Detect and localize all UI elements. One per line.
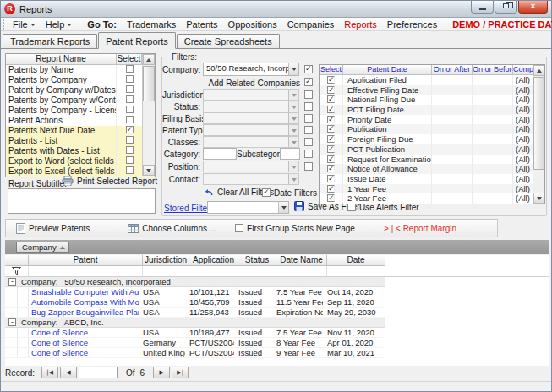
position-filter-checkbox[interactable] (304, 162, 313, 171)
jurisdiction-column-header[interactable]: Jurisdiction (143, 255, 189, 266)
classes-filter-checkbox[interactable] (304, 138, 313, 146)
date-checkbox[interactable] (327, 125, 335, 133)
compl-cell[interactable]: (All) (513, 75, 534, 85)
patent-link[interactable]: Cone of Silence (29, 328, 139, 337)
date-filters-checkbox[interactable] (262, 188, 271, 197)
category-filter-checkbox[interactable] (304, 150, 313, 158)
patent-link[interactable]: Automobile Compass With Motion Sens... (29, 297, 139, 307)
last-record-button[interactable]: ▶| (172, 367, 189, 378)
report-row[interactable]: Patents by Company (6, 75, 155, 85)
on-or-before-column-header[interactable]: On or Before (473, 65, 513, 75)
on-or-after-cell[interactable] (432, 184, 473, 194)
dropdown-arrow-icon[interactable] (288, 63, 298, 75)
patent-link[interactable]: Cone of Silence (29, 348, 139, 357)
menu-oppositions[interactable]: Oppositions (223, 19, 282, 30)
menu-preferences[interactable]: Preferences (382, 19, 442, 30)
report-select-checkbox[interactable] (126, 116, 134, 123)
report-row[interactable]: Patent by Company w/Dates (6, 85, 155, 95)
stored-filter-link[interactable]: Stored Filter: (164, 204, 212, 213)
record-number-input[interactable] (79, 367, 118, 378)
date-checkbox[interactable] (327, 185, 335, 193)
on-or-after-cell[interactable] (432, 174, 473, 184)
compl-cell[interactable]: (All) (513, 144, 534, 155)
report-row[interactable]: Export to Word (select fields below) (6, 156, 155, 166)
choose-columns-button[interactable]: Choose Columns ... (128, 224, 216, 233)
date-checkbox[interactable] (327, 86, 335, 94)
add-related-checkbox[interactable] (304, 78, 313, 86)
menu-help[interactable]: Help (41, 19, 78, 30)
patent-column-header[interactable]: Patent (29, 255, 143, 266)
table-row[interactable]: Cone of SilenceUnited KingdomPCT/US2004/… (5, 348, 385, 358)
menu-trademarks[interactable]: Trademarks (122, 19, 181, 30)
select-column-header[interactable]: Select (320, 65, 343, 75)
report-margin-control[interactable]: > | < Report Margin (384, 224, 456, 233)
compl-cell[interactable]: (All) (513, 95, 534, 105)
report-select-checkbox[interactable] (126, 136, 134, 144)
stored-filter-dropdown[interactable] (207, 201, 289, 214)
tab-trademark-reports[interactable]: Trademark Reports (3, 34, 97, 48)
on-or-before-cell[interactable] (473, 155, 513, 165)
patent-type-filter-checkbox[interactable] (304, 126, 313, 134)
tab-create-spreadsheets[interactable]: Create Spreadsheets (177, 34, 280, 48)
patent-link[interactable]: Smashable Computer With Automatic R... (29, 287, 139, 297)
table-row[interactable]: Bug-Zapper Bougainvillea PlantUSA11/258,… (5, 308, 385, 318)
on-or-after-cell[interactable] (432, 124, 473, 134)
date-grid-scrollbar[interactable] (533, 65, 544, 204)
application-filter-cell[interactable] (189, 266, 238, 276)
category-input[interactable] (203, 148, 237, 160)
patent-date-column-header[interactable]: Patent Date (343, 65, 432, 75)
application-column-header[interactable]: Application (189, 255, 238, 266)
report-row[interactable]: Patents with Dates - List (6, 146, 155, 156)
subcategory-input[interactable] (280, 148, 300, 160)
close-button[interactable]: × (518, 1, 548, 14)
date-checkbox[interactable] (327, 194, 335, 202)
classes-dropdown[interactable] (203, 136, 299, 148)
scroll-down-button[interactable] (143, 165, 155, 176)
scroll-up-button[interactable] (143, 54, 155, 65)
report-select-checkbox[interactable] (126, 166, 134, 174)
on-or-before-cell[interactable] (473, 85, 513, 95)
date-checkbox[interactable] (327, 95, 335, 103)
patent-link[interactable]: Bug-Zapper Bougainvillea Plant (29, 308, 139, 317)
date-checkbox[interactable] (327, 76, 335, 84)
compl-cell[interactable]: (All) (513, 155, 534, 165)
first-record-button[interactable]: |◀ (41, 367, 58, 378)
menu-patents[interactable]: Patents (181, 19, 222, 30)
on-or-before-cell[interactable] (473, 115, 513, 125)
compl-cell[interactable]: (All) (513, 164, 534, 174)
report-row[interactable]: Patents - List (6, 136, 155, 146)
jurisdiction-dropdown[interactable] (203, 89, 299, 101)
report-row[interactable]: Patents by Name (6, 65, 155, 75)
on-or-after-cell[interactable] (432, 193, 473, 204)
scroll-up-button[interactable] (533, 65, 544, 76)
report-select-checkbox[interactable] (126, 95, 134, 103)
compl-cell[interactable]: (All) (513, 174, 534, 184)
table-row[interactable]: Automobile Compass With Motion Sens...US… (5, 297, 385, 308)
on-or-before-cell[interactable] (473, 193, 513, 204)
on-or-before-cell[interactable] (473, 124, 513, 134)
on-or-after-cell[interactable] (432, 144, 473, 155)
compl-cell[interactable]: (All) (513, 105, 534, 115)
report-select-checkbox[interactable] (126, 126, 134, 133)
patent-type-dropdown[interactable] (203, 124, 299, 136)
scrollbar-thumb[interactable] (533, 77, 544, 170)
scrollbar-thumb[interactable] (143, 66, 155, 101)
group-row[interactable]: - Company: ABCD, Inc. (5, 318, 385, 328)
select-header[interactable]: Select (117, 54, 142, 65)
on-or-before-cell[interactable] (473, 184, 513, 194)
on-or-after-cell[interactable] (432, 134, 473, 144)
group-row[interactable]: - Company: 50/50 Research, Incorporated (5, 277, 385, 287)
compl-cell[interactable]: (All) (513, 115, 534, 125)
status-filter-checkbox[interactable] (304, 102, 313, 111)
collapse-icon[interactable]: - (8, 318, 16, 326)
date-name-filter-cell[interactable] (276, 266, 327, 276)
report-name-header[interactable]: Report Name (6, 54, 117, 65)
tab-patent-reports[interactable]: Patent Reports (98, 32, 175, 49)
report-row[interactable]: Patents by Company w/Contacts (6, 95, 155, 106)
report-select-checkbox[interactable] (126, 106, 134, 113)
filing-basis-dropdown[interactable] (203, 112, 299, 124)
status-filter-cell[interactable] (238, 266, 276, 276)
date-checkbox[interactable] (327, 106, 335, 113)
on-or-after-cell[interactable] (432, 85, 473, 95)
jurisdiction-filter-checkbox[interactable] (304, 90, 313, 99)
